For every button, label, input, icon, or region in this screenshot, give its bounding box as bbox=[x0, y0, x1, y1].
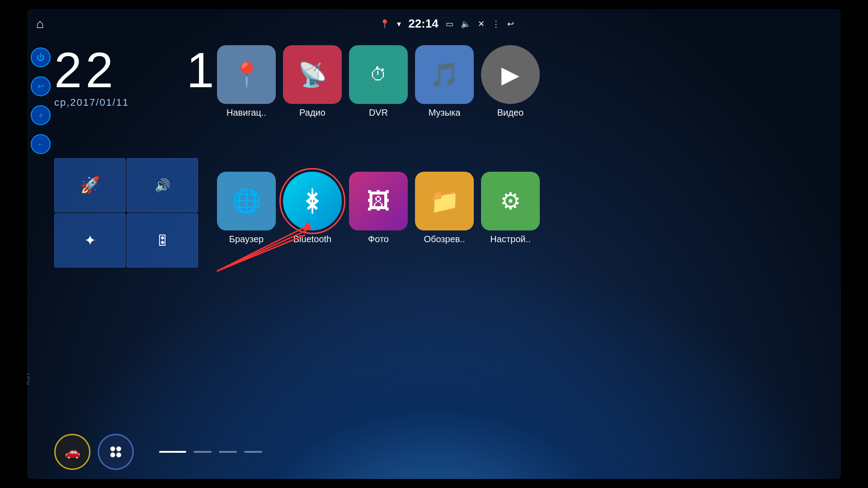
launch-button[interactable]: 🚀 bbox=[54, 158, 126, 212]
svg-point-5 bbox=[110, 446, 115, 451]
apps-button[interactable] bbox=[98, 434, 134, 470]
app-navigation[interactable]: 📍 Навигац.. bbox=[217, 45, 276, 118]
close-icon: ✕ bbox=[478, 19, 485, 29]
app-browser-icon: 🌐 bbox=[217, 172, 276, 230]
app-files-label: Обозрев.. bbox=[424, 234, 465, 244]
app-browser[interactable]: 🌐 Браузер bbox=[217, 172, 276, 244]
page-dot-2 bbox=[193, 451, 212, 453]
back-button[interactable]: ↩ bbox=[31, 76, 51, 96]
page-dot-4 bbox=[244, 451, 262, 453]
volume-up-button[interactable]: ＋ bbox=[31, 105, 51, 125]
brightness-button[interactable]: ✦ bbox=[54, 213, 126, 267]
location-icon: 📍 bbox=[380, 19, 390, 29]
power-button[interactable]: ⏻ bbox=[31, 47, 51, 67]
wifi-icon: ▾ bbox=[397, 19, 401, 29]
app-photo-label: Фото bbox=[368, 234, 389, 244]
app-video-label: Видео bbox=[497, 108, 524, 118]
app-bluetooth-icon bbox=[283, 172, 342, 230]
app-bluetooth[interactable]: Bluetooth bbox=[283, 172, 342, 244]
clock-hours: 22 bbox=[54, 42, 117, 98]
app-music-icon: 🎵 bbox=[415, 45, 474, 104]
back-icon[interactable]: ↩ bbox=[507, 19, 514, 29]
quick-row-1: 🚀 🔊 bbox=[54, 158, 199, 212]
volume-icon: 🔈 bbox=[461, 19, 471, 29]
app-video[interactable]: ▶ Видео bbox=[481, 45, 540, 118]
top-nav-bar: ⌂ 📍 ▾ 22:14 ▭ 🔈 ✕ ⋮ ↩ bbox=[27, 9, 841, 38]
page-dot-3 bbox=[219, 451, 237, 453]
svg-point-6 bbox=[116, 446, 121, 451]
svg-point-8 bbox=[116, 452, 121, 457]
app-nav-icon: 📍 bbox=[217, 45, 276, 104]
left-sidebar: ⏻ ↩ ＋ ← bbox=[27, 38, 54, 479]
bottom-dock: 🚗 bbox=[54, 434, 841, 470]
app-photo[interactable]: 🖼 Фото bbox=[349, 172, 408, 244]
apps-bottom-row: 🌐 Браузер Bluetooth 🖼 Фото 📁 Обозрев.. ⚙ bbox=[217, 172, 832, 244]
home-icon[interactable]: ⌂ bbox=[36, 17, 44, 31]
svg-point-7 bbox=[110, 452, 115, 457]
menu-icon[interactable]: ⋮ bbox=[492, 19, 500, 29]
app-bluetooth-label: Bluetooth bbox=[293, 234, 332, 244]
nav-center: 📍 ▾ 22:14 ▭ 🔈 ✕ ⋮ ↩ bbox=[62, 17, 832, 31]
app-browser-label: Браузер bbox=[229, 234, 264, 244]
app-music-label: Музыка bbox=[429, 108, 461, 118]
app-settings-icon: ⚙ bbox=[481, 172, 540, 230]
app-settings-label: Настрой.. bbox=[490, 234, 530, 244]
app-settings[interactable]: ⚙ Настрой.. bbox=[481, 172, 540, 244]
app-photo-icon: 🖼 bbox=[349, 172, 408, 230]
car-button[interactable]: 🚗 bbox=[54, 434, 90, 470]
volume-button[interactable]: 🔊 bbox=[127, 158, 198, 212]
car-screen: ⌂ 📍 ▾ 22:14 ▭ 🔈 ✕ ⋮ ↩ ⏻ ↩ ＋ ← 22 14 ср,2… bbox=[27, 9, 841, 479]
apps-top-row: 📍 Навигац.. 📡 Радио ⏱ DVR 🎵 Музыка ▶ Вид… bbox=[217, 45, 832, 118]
app-dvr[interactable]: ⏱ DVR bbox=[349, 45, 408, 118]
app-radio-label: Радио bbox=[299, 108, 326, 118]
app-dvr-label: DVR bbox=[369, 108, 388, 118]
app-radio-icon: 📡 bbox=[283, 45, 342, 104]
app-dvr-icon: ⏱ bbox=[349, 45, 408, 104]
quick-grid: 🚀 🔊 ✦ 🎛 bbox=[54, 158, 199, 268]
prev-button[interactable]: ← bbox=[31, 134, 51, 154]
app-music[interactable]: 🎵 Музыка bbox=[415, 45, 474, 118]
app-files-icon: 📁 bbox=[415, 172, 474, 230]
app-video-icon: ▶ bbox=[481, 45, 540, 104]
battery-icon: ▭ bbox=[446, 19, 453, 29]
quick-row-2: ✦ 🎛 bbox=[54, 213, 199, 267]
page-dot-1 bbox=[159, 451, 186, 453]
app-radio[interactable]: 📡 Радио bbox=[283, 45, 342, 118]
nav-time: 22:14 bbox=[408, 17, 439, 31]
app-nav-label: Навигац.. bbox=[226, 108, 266, 118]
app-files[interactable]: 📁 Обозрев.. bbox=[415, 172, 474, 244]
page-indicators bbox=[159, 451, 262, 453]
equalizer-button[interactable]: 🎛 bbox=[127, 213, 198, 267]
